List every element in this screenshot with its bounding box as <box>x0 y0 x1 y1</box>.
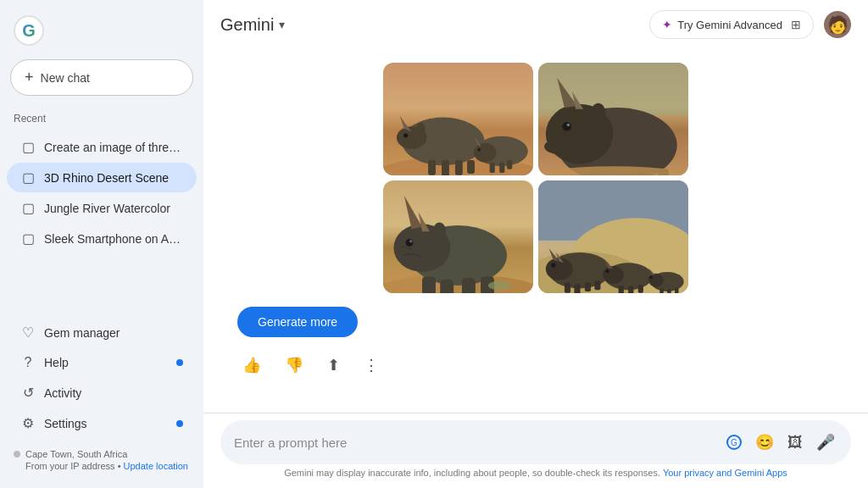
location-info: Cape Town, South Africa From your IP add… <box>0 442 203 480</box>
rhino-image-3 <box>383 180 533 293</box>
footer-text: Gemini may display inaccurate info, incl… <box>220 464 851 478</box>
apps-grid-icon: ⊞ <box>791 18 801 31</box>
prompt-input[interactable] <box>234 435 714 450</box>
gem-manager-item[interactable]: ♡ Gem manager <box>7 318 197 347</box>
chat-icon-2: ▢ <box>20 169 36 186</box>
svg-rect-56 <box>585 282 591 291</box>
nav-item-smartphone[interactable]: ▢ Sleek Smartphone on Abstrac... <box>7 224 197 253</box>
svg-point-58 <box>551 263 555 267</box>
gem-manager-icon: ♡ <box>20 324 36 341</box>
svg-point-10 <box>403 133 408 137</box>
svg-rect-16 <box>499 163 504 173</box>
chat-icon-1: ▢ <box>20 139 36 155</box>
gemini-icon[interactable]: G <box>722 430 746 454</box>
header-right: ✦ Try Gemini Advanced ⊞ 🧑 <box>649 10 851 39</box>
rhino-image-2 <box>538 63 688 175</box>
svg-point-13 <box>474 143 497 163</box>
gemini-title[interactable]: Gemini ▾ <box>220 15 285 35</box>
settings-label: Settings <box>44 417 168 430</box>
rhino-svg-4 <box>538 180 688 293</box>
recent-nav: ▢ Create an image of three chil... ▢ 3D … <box>0 131 203 254</box>
location-dot <box>14 451 20 458</box>
svg-rect-9 <box>467 160 475 174</box>
input-icons: G 😊 🖼 🎤 <box>722 430 837 454</box>
activity-item[interactable]: ↺ Activity <box>7 378 197 408</box>
emoji-icon[interactable]: 😊 <box>753 430 776 454</box>
activity-label: Activity <box>44 386 183 400</box>
svg-point-44 <box>409 240 413 243</box>
recent-label: Recent <box>0 109 203 131</box>
footer-disclaimer: Gemini may display inaccurate info, incl… <box>284 468 660 478</box>
gem-manager-label: Gem manager <box>44 326 183 340</box>
svg-rect-40 <box>440 280 453 293</box>
settings-item[interactable]: ⚙ Settings <box>7 408 197 438</box>
svg-point-45 <box>432 222 446 240</box>
svg-rect-39 <box>422 276 436 292</box>
title-dropdown-icon: ▾ <box>279 18 285 31</box>
input-area: G 😊 🖼 🎤 Gemini may display inaccurate in… <box>203 413 868 488</box>
svg-rect-54 <box>565 282 570 292</box>
nav-item-create-image[interactable]: ▢ Create an image of three chil... <box>7 132 197 162</box>
location-sub1: From your IP address <box>25 461 115 471</box>
chat-area: Generate more 👍 👎 ⬆ ⋮ <box>203 49 868 413</box>
update-location-link[interactable]: Update location <box>124 461 188 471</box>
image-grid <box>383 63 688 293</box>
svg-point-65 <box>605 269 609 273</box>
new-chat-label: New chat <box>41 71 90 85</box>
thumbs-up-icon[interactable]: 👍 <box>237 351 266 380</box>
svg-point-67 <box>648 273 664 286</box>
svg-point-25 <box>567 124 570 127</box>
new-chat-button[interactable]: + New chat <box>10 59 193 96</box>
svg-rect-17 <box>507 160 512 169</box>
svg-rect-8 <box>455 160 463 175</box>
help-item[interactable]: ? Help <box>7 348 197 377</box>
svg-point-11 <box>416 123 426 135</box>
svg-point-18 <box>478 148 481 152</box>
nav-item-rhino-scene[interactable]: ▢ 3D Rhino Desert Scene <box>7 163 197 192</box>
avatar-image: 🧑 <box>827 14 849 35</box>
nav-label-rhino-scene: 3D Rhino Desert Scene <box>44 171 183 185</box>
bottom-nav: ♡ Gem manager ? Help ↺ Activity ⚙ Settin… <box>0 313 203 442</box>
try-advanced-button[interactable]: ✦ Try Gemini Advanced ⊞ <box>649 10 814 39</box>
svg-rect-71 <box>675 287 678 292</box>
svg-point-46 <box>488 280 511 290</box>
svg-point-27 <box>544 139 574 154</box>
svg-text:G: G <box>731 438 737 447</box>
help-label: Help <box>44 356 168 369</box>
main-content: Gemini ▾ ✦ Try Gemini Advanced ⊞ 🧑 <box>203 0 868 488</box>
action-bar: 👍 👎 ⬆ ⋮ <box>237 347 384 386</box>
svg-rect-6 <box>428 160 436 175</box>
svg-rect-64 <box>638 285 643 293</box>
chat-icon-3: ▢ <box>20 200 36 216</box>
input-box: G 😊 🖼 🎤 <box>220 420 851 464</box>
thumbs-down-icon[interactable]: 👎 <box>280 351 309 380</box>
rhino-image-4 <box>538 180 688 293</box>
generate-more-button[interactable]: Generate more <box>237 307 358 337</box>
svg-rect-15 <box>490 163 495 173</box>
rhino-image-1 <box>383 63 533 175</box>
privacy-link[interactable]: Your privacy and Gemini Apps <box>663 468 787 478</box>
help-icon: ? <box>20 355 36 370</box>
nav-label-jungle-river: Jungle River Watercolor <box>44 202 183 215</box>
main-header: Gemini ▾ ✦ Try Gemini Advanced ⊞ 🧑 <box>203 0 868 49</box>
more-options-icon[interactable]: ⋮ <box>359 351 384 380</box>
svg-point-72 <box>649 275 653 279</box>
user-avatar[interactable]: 🧑 <box>824 11 851 38</box>
nav-label-smartphone: Sleek Smartphone on Abstrac... <box>44 232 183 246</box>
rhino-svg-3 <box>383 180 533 293</box>
svg-rect-57 <box>594 280 600 290</box>
svg-point-43 <box>406 239 414 247</box>
svg-rect-7 <box>442 160 449 175</box>
location-name: Cape Town, South Africa <box>25 449 127 459</box>
svg-rect-41 <box>462 278 476 293</box>
share-icon[interactable]: ⬆ <box>322 351 345 380</box>
image-upload-icon[interactable]: 🖼 <box>783 430 807 454</box>
help-dot <box>176 359 183 366</box>
svg-marker-37 <box>404 195 422 229</box>
nav-label-create-image: Create an image of three chil... <box>44 141 183 154</box>
nav-item-jungle-river[interactable]: ▢ Jungle River Watercolor <box>7 193 197 223</box>
settings-dot <box>176 420 183 427</box>
activity-icon: ↺ <box>20 385 36 401</box>
svg-point-60 <box>603 266 624 284</box>
microphone-icon[interactable]: 🎤 <box>814 430 837 454</box>
